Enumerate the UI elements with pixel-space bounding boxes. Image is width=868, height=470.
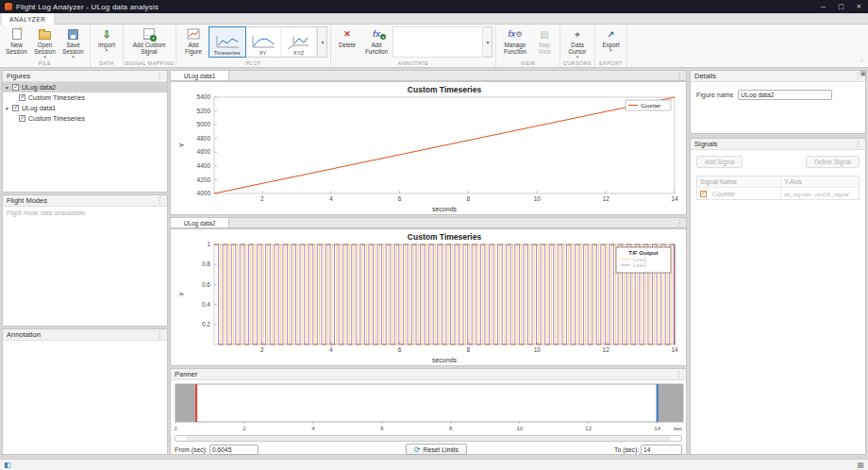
open-session-button[interactable]: Open Session ▾ bbox=[31, 26, 58, 59]
delete-button[interactable]: ✕ Delete bbox=[334, 26, 360, 48]
svg-text:2: 2 bbox=[260, 346, 264, 353]
status-left-icon[interactable]: ◧ bbox=[4, 461, 11, 470]
ribbon-group-data: ⇩ Import ▾ DATA bbox=[91, 25, 124, 67]
annotate-gallery-down-icon[interactable]: ▼ bbox=[484, 26, 492, 58]
tree-item-label: ULog data1 bbox=[22, 105, 56, 111]
close-icon[interactable]: ✕ bbox=[850, 0, 868, 13]
collapse-arrow-icon[interactable]: ▾ bbox=[6, 85, 12, 91]
tree-item-custom-timeseries-1[interactable]: Custom Timeseries bbox=[3, 92, 167, 103]
data-cursor-label: Data Cursor bbox=[563, 42, 592, 55]
column-y-axis: Y-Axis bbox=[781, 176, 859, 187]
minimize-icon[interactable]: ─ bbox=[814, 0, 832, 13]
add-signal-button[interactable]: Add Signal bbox=[696, 156, 743, 168]
svg-text:4600: 4600 bbox=[197, 148, 211, 155]
delete-signal-button[interactable]: Delete Signal bbox=[806, 156, 860, 168]
collapse-arrow-icon[interactable]: ▾ bbox=[6, 106, 12, 111]
export-button[interactable]: ↗ Export ▾ bbox=[598, 26, 624, 53]
add-function-button[interactable]: fx Add Function bbox=[361, 26, 392, 55]
timeseries-chart-ulog-data1[interactable]: 2468101214400042004400460048005000520054… bbox=[171, 82, 686, 214]
add-custom-signal-button[interactable]: Add Custom Signal bbox=[126, 26, 172, 55]
collapse-ribbon-icon[interactable]: ⌃ bbox=[860, 59, 864, 65]
svg-text:4: 4 bbox=[329, 195, 333, 202]
tree-item-custom-timeseries-2[interactable]: Custom Timeseries bbox=[3, 113, 167, 124]
signal-row-counter[interactable]: Counter all_signals. uint16_signal bbox=[697, 188, 859, 199]
import-button[interactable]: ⇩ Import ▾ bbox=[93, 26, 120, 53]
checkbox[interactable] bbox=[19, 94, 25, 101]
gallery-scroll-down-icon[interactable]: ▼ bbox=[319, 26, 327, 58]
signals-panel-title: Signals bbox=[694, 140, 718, 148]
tree-item-ulog-data1[interactable]: ▾ ULog data1 bbox=[3, 103, 167, 113]
annotation-panel-menu-icon[interactable]: ⋮ bbox=[156, 331, 163, 339]
panner-range-slider[interactable] bbox=[175, 435, 682, 442]
from-input[interactable] bbox=[209, 445, 259, 455]
tree-item-ulog-data2[interactable]: ▾ ULog data2 bbox=[3, 82, 167, 92]
plot-gallery: Timeseries XY XYZ bbox=[209, 26, 318, 58]
signal-checkbox[interactable] bbox=[700, 191, 707, 197]
chevron-down-icon: ▾ bbox=[106, 48, 108, 53]
figure-name-input[interactable] bbox=[738, 90, 832, 100]
group-label-cursors: CURSORS bbox=[560, 60, 594, 66]
group-label-export: EXPORT bbox=[595, 60, 626, 66]
signals-panel-menu-icon[interactable]: ⋮ bbox=[854, 141, 861, 148]
svg-text:4800: 4800 bbox=[197, 135, 211, 142]
svg-text:6: 6 bbox=[398, 195, 402, 202]
window-title: Flight Log Analyzer - ULog data analysis bbox=[16, 3, 159, 11]
panel-layout-icon[interactable]: ▣ bbox=[860, 70, 866, 77]
manage-function-label: Manage Function bbox=[499, 42, 531, 55]
checkbox[interactable] bbox=[19, 115, 25, 122]
svg-text:Line2: Line2 bbox=[633, 262, 646, 268]
checkbox[interactable] bbox=[12, 105, 19, 111]
details-panel-title: Details bbox=[694, 72, 716, 80]
svg-text:5000: 5000 bbox=[197, 121, 211, 127]
reset-icon: ⟳ bbox=[414, 445, 421, 454]
figure1-tab-bar: ULog data1 ⋮ bbox=[170, 70, 687, 81]
figure1-menu-icon[interactable]: ⋮ bbox=[676, 73, 683, 80]
ribbon-group-annotate: ✕ Delete fx Add Function ▼ ANNOTATE bbox=[331, 25, 496, 67]
add-figure-button[interactable]: Add Figure bbox=[179, 26, 208, 55]
save-session-button[interactable]: Save Session ▾ bbox=[59, 26, 87, 59]
ribbon-toolstrip: New Session Open Session ▾ Save Session … bbox=[0, 25, 868, 68]
checkbox[interactable] bbox=[12, 84, 19, 91]
tab-ulog-data2[interactable]: ULog data2 bbox=[171, 218, 229, 227]
gallery-item-xyz[interactable]: XYZ bbox=[281, 27, 317, 57]
signals-panel-header: Signals ⋮ bbox=[691, 139, 865, 150]
manage-function-button[interactable]: fx⚙ Manage Function bbox=[499, 26, 531, 55]
to-input[interactable] bbox=[641, 445, 682, 455]
svg-text:Line1: Line1 bbox=[633, 257, 646, 262]
add-figure-icon bbox=[187, 28, 200, 40]
figures-panel-menu-icon[interactable]: ⋮ bbox=[156, 73, 163, 80]
panner-strip[interactable]: 02468101214sec bbox=[175, 382, 684, 433]
tab-analyzer[interactable]: ANALYZER bbox=[2, 13, 54, 25]
svg-text:6: 6 bbox=[380, 426, 384, 431]
gallery-item-timeseries[interactable]: Timeseries bbox=[209, 27, 245, 57]
ribbon-group-export: ↗ Export ▾ EXPORT bbox=[595, 25, 627, 67]
timeseries-chart-ulog-data2[interactable]: 24681012140.20.40.60.81Custom Timeseries… bbox=[171, 229, 686, 365]
svg-text:0.6: 0.6 bbox=[202, 281, 210, 288]
maximize-icon[interactable]: ▢ bbox=[832, 0, 850, 13]
tab-ulog-data1[interactable]: ULog data1 bbox=[171, 71, 229, 80]
reset-limits-button[interactable]: ⟳ Reset Limits bbox=[406, 444, 467, 455]
delete-icon: ✕ bbox=[343, 31, 351, 38]
status-right-icon[interactable]: ▦ bbox=[857, 461, 864, 470]
ribbon-group-file: New Session Open Session ▾ Save Session … bbox=[0, 25, 91, 67]
data-cursor-button[interactable]: ⌖ Data Cursor ▾ bbox=[563, 26, 592, 59]
signals-table-header: Signal Name Y-Axis bbox=[697, 176, 859, 188]
details-panel-header: Details ⋮ bbox=[691, 71, 865, 82]
svg-text:14: 14 bbox=[671, 195, 678, 202]
figure2-menu-icon[interactable]: ⋮ bbox=[676, 220, 683, 227]
tree-item-label: Custom Timeseries bbox=[28, 115, 85, 122]
annotate-gallery bbox=[392, 26, 483, 58]
new-session-button[interactable]: New Session bbox=[3, 26, 30, 55]
signals-panel: Signals ⋮ Add Signal Delete Signal Signa… bbox=[690, 138, 866, 455]
gallery-item-xy[interactable]: XY bbox=[245, 27, 281, 57]
figures-panel-title: Figures bbox=[7, 72, 30, 80]
panner-slider-thumb[interactable] bbox=[186, 436, 672, 441]
svg-text:0.2: 0.2 bbox=[202, 321, 210, 327]
svg-text:4: 4 bbox=[329, 346, 333, 353]
ribbon-group-cursors: ⌖ Data Cursor ▾ CURSORS bbox=[560, 25, 595, 67]
flight-modes-panel-menu-icon[interactable]: ⋮ bbox=[156, 197, 163, 205]
ribbon-tabstrip: ANALYZER bbox=[0, 13, 868, 25]
window-controls: ─ ▢ ✕ bbox=[814, 0, 868, 13]
map-view-button[interactable]: ▧ Map View bbox=[532, 26, 557, 55]
panner-panel-menu-icon[interactable]: ⋮ bbox=[675, 371, 682, 378]
